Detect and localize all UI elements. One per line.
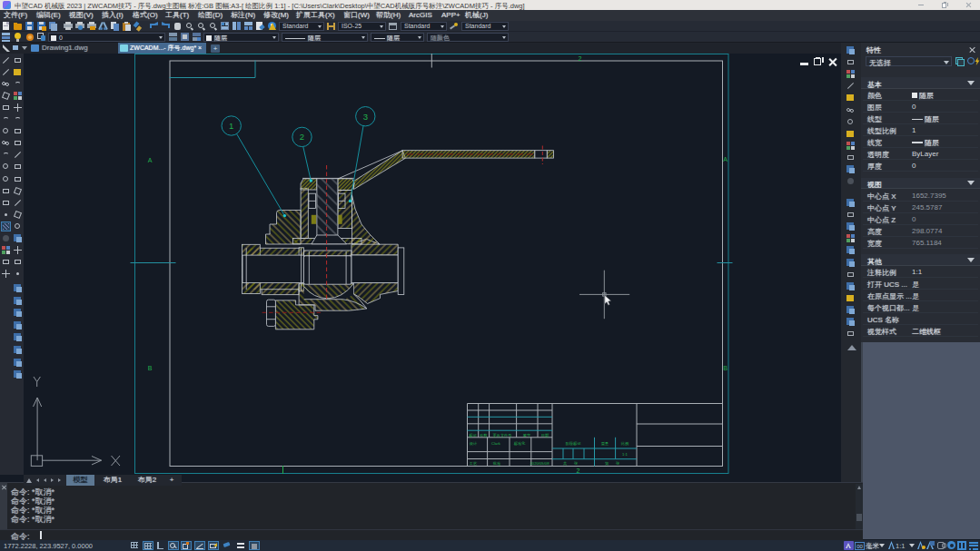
svg-text:比例: 比例 xyxy=(621,441,629,447)
svg-text:2: 2 xyxy=(579,55,582,62)
svg-text:批准: 批准 xyxy=(492,461,501,466)
svg-text:更改文件号: 更改文件号 xyxy=(493,433,513,438)
svg-text:2: 2 xyxy=(577,467,580,474)
svg-text:签字: 签字 xyxy=(523,433,531,438)
svg-text:重量: 重量 xyxy=(601,441,609,446)
svg-text:1: 1 xyxy=(229,121,233,131)
svg-text:B: B xyxy=(148,365,153,371)
svg-text:张: 张 xyxy=(574,461,579,466)
svg-text:2: 2 xyxy=(300,132,304,142)
svg-text:标准化: 标准化 xyxy=(514,441,526,447)
svg-text:Clark: Clark xyxy=(491,441,501,446)
svg-text:1:1: 1:1 xyxy=(622,452,628,457)
svg-text:B: B xyxy=(723,365,728,371)
svg-text:A: A xyxy=(148,157,153,163)
svg-text:第: 第 xyxy=(605,461,609,466)
svg-text:2020/05/08: 2020/05/08 xyxy=(530,461,550,466)
svg-text:阶段标记: 阶段标记 xyxy=(566,441,582,447)
svg-text:3: 3 xyxy=(363,112,368,122)
svg-text:处数: 处数 xyxy=(480,433,488,438)
svg-text:张: 张 xyxy=(616,461,620,466)
svg-text:共: 共 xyxy=(563,461,568,466)
svg-text:A: A xyxy=(723,156,728,162)
svg-text:日期: 日期 xyxy=(541,433,549,438)
svg-text:设计: 设计 xyxy=(470,441,478,446)
svg-text:工艺: 工艺 xyxy=(469,461,478,466)
